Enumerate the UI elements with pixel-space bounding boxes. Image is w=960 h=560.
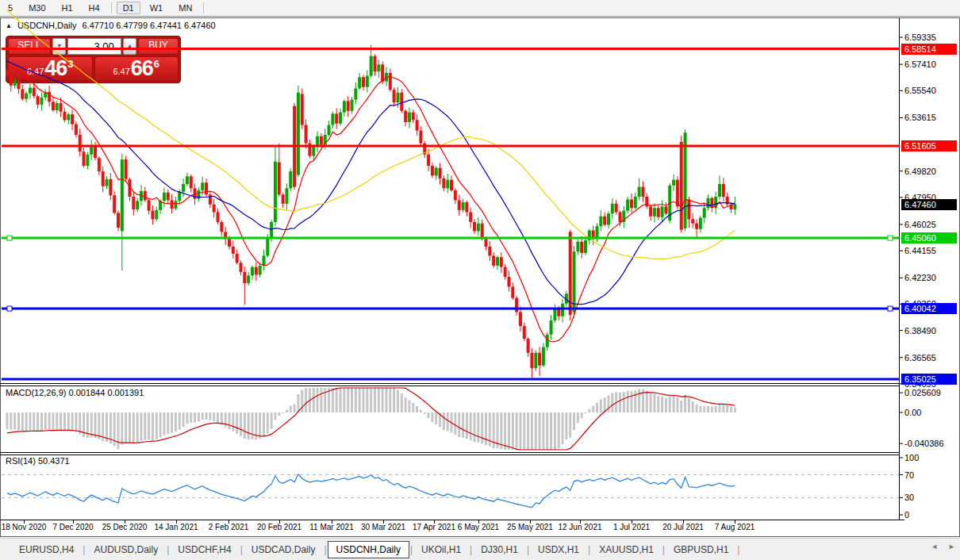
date-label: 6 May 2021 xyxy=(458,523,499,531)
chart-tab-eurusd-h4[interactable]: EURUSD,H4 xyxy=(11,541,82,558)
date-label: 14 Jan 2021 xyxy=(154,523,198,531)
date-label: 18 Nov 2020 xyxy=(2,523,47,531)
chart-tab-ukoil-h1[interactable]: UKOil,H1 xyxy=(413,541,469,558)
mt4-application: 5M30H1H4D1W1MN ▲ USDCNH,Daily 6.47710 6.… xyxy=(0,0,960,560)
date-label: 1 Jul 2021 xyxy=(613,523,650,531)
price-tick-label: 6.57410 xyxy=(904,59,936,69)
date-label: 7 Dec 2020 xyxy=(52,523,93,531)
price-tick-label: 6.36565 xyxy=(904,353,936,362)
price-badge-6.51605: 6.51605 xyxy=(901,140,957,152)
rsi-tick-label: 100 xyxy=(904,453,919,462)
macd-tick-label: -0.040386 xyxy=(904,439,944,448)
price-tick-label: 6.59335 xyxy=(904,33,936,42)
chart-tab-strip: EURUSD,H4|AUDUSD,Daily|USDCHF,H4|USDCAD,… xyxy=(0,538,960,560)
price-badge-6.40042: 6.40042 xyxy=(901,303,957,314)
hline-handle[interactable] xyxy=(888,306,893,311)
chart-tab-usdcnh-daily[interactable]: USDCNH,Daily xyxy=(328,541,409,558)
price-tick-label: 6.46025 xyxy=(904,220,936,229)
rsi-tick-label: 70 xyxy=(904,470,914,480)
chart-tab-gbpusd-h1[interactable]: GBPUSD,H1 xyxy=(666,541,736,558)
date-label: 30 Mar 2021 xyxy=(361,523,405,531)
hline-handle[interactable] xyxy=(888,236,893,240)
tab-scroll-left-icon[interactable]: ◄ xyxy=(931,543,938,550)
date-label: 25 Dec 2020 xyxy=(102,523,148,531)
date-label: 20 Feb 2021 xyxy=(257,523,301,531)
price-tick-label: 6.44155 xyxy=(904,246,936,255)
price-tick-label: 6.42230 xyxy=(904,273,936,282)
rsi-indicator-label: RSI(14) 50.4371 xyxy=(6,456,70,466)
price-badge-6.58514: 6.58514 xyxy=(901,44,957,55)
chart-tab-xauusd-h1[interactable]: XAUUSD,H1 xyxy=(591,541,662,558)
chart-tab-usdchf-h4[interactable]: USDCHF,H4 xyxy=(170,541,239,558)
chart-tab-audusd-daily[interactable]: AUDUSD,Daily xyxy=(86,541,166,558)
macd-indicator-label: MACD(12,26,9) 0.001844 0.001391 xyxy=(6,388,144,397)
price-badge-6.35025: 6.35025 xyxy=(901,374,957,385)
tab-separator: | xyxy=(736,544,740,555)
price-tick-label: 6.55540 xyxy=(904,86,936,95)
date-label: 25 May 2021 xyxy=(507,523,553,531)
date-label: 11 Mar 2021 xyxy=(309,523,353,531)
date-label: 7 Aug 2021 xyxy=(715,523,755,531)
tab-scroll-right-icon[interactable]: ► xyxy=(948,543,955,550)
price-badge-6.47460: 6.47460 xyxy=(901,199,957,210)
hline-handle[interactable] xyxy=(7,306,12,311)
chart-canvas[interactable] xyxy=(0,0,960,560)
date-label: 2 Feb 2021 xyxy=(209,523,249,531)
price-badge-6.45060: 6.45060 xyxy=(901,232,957,244)
hline-handle[interactable] xyxy=(7,236,12,240)
date-label: 20 Jul 2021 xyxy=(662,523,704,531)
price-tick-label: 6.38490 xyxy=(904,326,936,336)
rsi-tick-label: 30 xyxy=(904,493,914,502)
price-tick-label: 6.53615 xyxy=(904,113,936,122)
chart-tab-usdcad-daily[interactable]: USDCAD,Daily xyxy=(244,541,324,558)
price-tick-label: 6.49820 xyxy=(904,167,936,176)
date-label: 17 Apr 2021 xyxy=(413,523,455,531)
chart-tab-dj30-h1[interactable]: DJ30,H1 xyxy=(473,541,526,558)
macd-tick-label: 0.00 xyxy=(904,408,921,417)
rsi-tick-label: 0 xyxy=(904,510,909,520)
chart-tab-usdx-h1[interactable]: USDX,H1 xyxy=(530,541,587,558)
date-label: 12 Jun 2021 xyxy=(558,523,601,531)
macd-tick-label: 0.025609 xyxy=(904,388,941,397)
tab-scroll-arrows: ◄ ► xyxy=(931,543,955,550)
